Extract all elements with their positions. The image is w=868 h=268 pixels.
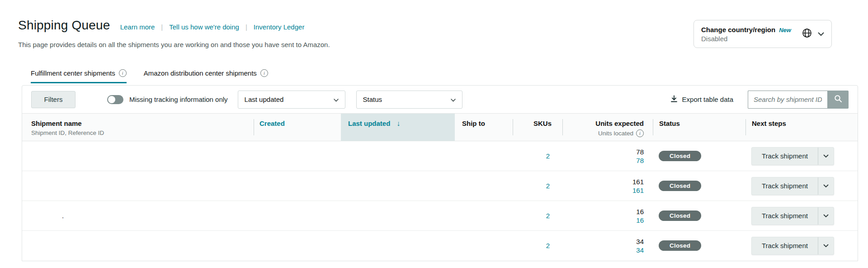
skus-cell: 2	[513, 201, 562, 231]
ship-to-cell	[455, 231, 513, 261]
track-shipment-dropdown-button[interactable]	[818, 207, 834, 225]
last-updated-cell	[341, 171, 455, 201]
skus-link[interactable]: 2	[546, 182, 550, 190]
units-cell: 16 16	[562, 201, 653, 231]
column-header-skus: SKUs	[513, 114, 562, 141]
missing-tracking-toggle[interactable]	[107, 95, 123, 104]
chevron-down-icon	[451, 96, 456, 103]
shipment-name-cell: .	[22, 201, 254, 231]
track-shipment-button[interactable]: Track shipment	[752, 207, 818, 225]
dropdown-value: Last updated	[245, 96, 284, 103]
next-steps-cell: Track shipment	[745, 231, 858, 261]
track-shipment-split-button: Track shipment	[751, 147, 834, 165]
chevron-down-icon	[823, 153, 829, 159]
track-shipment-split-button: Track shipment	[751, 207, 834, 225]
skus-link[interactable]: 2	[546, 242, 550, 249]
units-expected-value: 161	[563, 177, 644, 186]
filters-button[interactable]: Filters	[31, 91, 75, 108]
inventory-ledger-link[interactable]: Inventory Ledger	[254, 23, 305, 31]
export-table-data-button[interactable]: Export table data	[668, 95, 736, 105]
link-separator: |	[161, 23, 163, 31]
skus-link[interactable]: 2	[546, 152, 550, 160]
toolbar-right: Export table data	[668, 91, 849, 109]
units-located-value[interactable]: 78	[563, 156, 644, 165]
units-located-value[interactable]: 161	[563, 186, 644, 195]
filter-toolbar: Filters Missing tracking information onl…	[22, 86, 858, 113]
status-badge: Closed	[659, 211, 701, 221]
track-shipment-split-button: Track shipment	[751, 237, 834, 255]
learn-more-link[interactable]: Learn more	[120, 23, 155, 31]
skus-cell: 2	[513, 231, 562, 261]
ship-to-cell	[455, 201, 513, 231]
units-located-value[interactable]: 16	[563, 216, 644, 225]
last-updated-cell	[341, 231, 455, 261]
change-country-region-widget[interactable]: Change country/region New Disabled	[693, 20, 832, 48]
search-input[interactable]	[748, 91, 827, 109]
units-located-value[interactable]: 34	[563, 246, 644, 254]
title-links: Learn more | Tell us how we're doing | I…	[120, 23, 305, 31]
link-separator: |	[245, 23, 247, 31]
column-header-next-steps: Next steps	[745, 114, 858, 141]
search-button[interactable]	[827, 91, 849, 109]
globe-icon	[802, 28, 812, 40]
new-badge: New	[779, 27, 791, 34]
tab-fulfillment-center-shipments[interactable]: Fulfillment center shipments i	[31, 69, 127, 83]
track-shipment-button[interactable]: Track shipment	[752, 148, 818, 165]
column-header-status: Status	[653, 114, 745, 141]
units-cell: 34 34	[562, 231, 653, 261]
created-cell	[254, 171, 341, 201]
track-shipment-dropdown-button[interactable]	[818, 177, 834, 195]
table-row: 2 34 34 Closed Track shipment	[22, 231, 858, 261]
info-icon[interactable]: i	[119, 69, 127, 77]
table-header-row: Shipment name Shipment ID, Reference ID …	[22, 114, 858, 141]
last-updated-cell	[341, 201, 455, 231]
column-header-last-updated[interactable]: Last updated↓	[341, 114, 455, 141]
column-header-created[interactable]: Created	[254, 114, 341, 141]
search-group	[748, 91, 849, 109]
tab-amazon-distribution-center-shipments[interactable]: Amazon distribution center shipments i	[144, 69, 268, 83]
sort-descending-icon: ↓	[396, 120, 400, 127]
skus-cell: 2	[513, 171, 562, 201]
status-dropdown[interactable]: Status	[356, 91, 462, 109]
shipment-name-cell	[22, 141, 254, 171]
chevron-down-icon	[823, 242, 829, 249]
track-shipment-dropdown-button[interactable]	[818, 148, 834, 165]
ship-to-cell	[455, 141, 513, 171]
info-icon[interactable]: i	[636, 129, 644, 137]
units-expected-value: 78	[563, 148, 644, 156]
export-label: Export table data	[682, 96, 733, 103]
created-cell	[254, 201, 341, 231]
track-shipment-dropdown-button[interactable]	[818, 237, 834, 254]
status-badge: Closed	[659, 181, 701, 191]
country-widget-status: Disabled	[701, 35, 802, 43]
created-cell	[254, 231, 341, 261]
missing-tracking-toggle-group: Missing tracking information only	[107, 95, 228, 104]
page-header: Shipping Queue Learn more | Tell us how …	[0, 0, 868, 48]
next-steps-cell: Track shipment	[745, 171, 858, 201]
chevron-down-icon[interactable]	[818, 30, 824, 38]
track-shipment-button[interactable]: Track shipment	[752, 237, 818, 254]
info-icon[interactable]: i	[260, 69, 268, 77]
status-badge: Closed	[659, 240, 701, 251]
column-header-ship-to: Ship to	[455, 114, 513, 141]
status-cell: Closed	[653, 171, 745, 201]
units-cell: 78 78	[562, 141, 653, 171]
next-steps-cell: Track shipment	[745, 141, 858, 171]
last-updated-dropdown[interactable]: Last updated	[238, 91, 345, 109]
column-title: Shipment name	[31, 120, 254, 127]
missing-tracking-toggle-label: Missing tracking information only	[129, 96, 228, 103]
country-widget-title: Change country/region	[701, 26, 775, 34]
skus-link[interactable]: 2	[546, 212, 550, 220]
shipments-panel: Filters Missing tracking information onl…	[22, 85, 858, 261]
table-row: 2 78 78 Closed Track shipment	[22, 141, 858, 171]
column-subtitle: Shipment ID, Reference ID	[31, 129, 254, 136]
toggle-knob	[108, 96, 115, 103]
shipments-table: Shipment name Shipment ID, Reference ID …	[22, 113, 858, 261]
track-shipment-button[interactable]: Track shipment	[752, 177, 818, 195]
table-row: 2 161 161 Closed Track shipment	[22, 171, 858, 201]
feedback-link[interactable]: Tell us how we're doing	[169, 23, 239, 31]
column-title: Units expected	[562, 120, 644, 127]
status-cell: Closed	[653, 201, 745, 231]
ship-to-cell	[455, 171, 513, 201]
track-shipment-split-button: Track shipment	[751, 177, 834, 195]
